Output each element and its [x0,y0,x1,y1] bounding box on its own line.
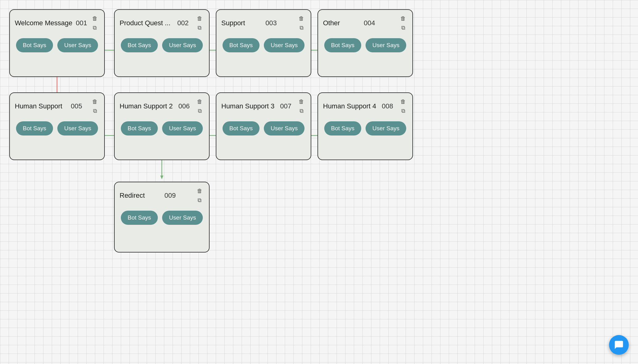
node-002-icons: 🗑 ⧉ [195,14,204,32]
node-009-buttons: Bot Says User Says [120,211,204,225]
node-003-number: 003 [265,19,277,27]
node-004-header: Other 004 🗑 ⧉ [323,14,407,32]
node-003-buttons: Bot Says User Says [221,38,306,52]
node-008-delete-icon[interactable]: 🗑 [399,97,407,106]
node-005-copy-icon[interactable]: ⧉ [91,107,99,115]
node-006-number: 006 [178,102,190,110]
node-004-delete-icon[interactable]: 🗑 [399,14,407,23]
node-008-icons: 🗑 ⧉ [399,97,407,115]
node-009-delete-icon[interactable]: 🗑 [195,187,204,195]
node-006: Human Support 2 006 🗑 ⧉ Bot Says User Sa… [114,92,210,160]
node-004-user-says-btn[interactable]: User Says [366,38,406,52]
node-001-number: 001 [76,19,87,27]
node-001-icons: 🗑 ⧉ [91,14,99,32]
node-002-header: Product Quest ... 002 🗑 ⧉ [120,14,204,32]
chat-bubble-btn[interactable] [609,335,629,355]
node-002-user-says-btn[interactable]: User Says [162,38,203,52]
node-002-copy-icon[interactable]: ⧉ [195,23,204,32]
node-003-header: Support 003 🗑 ⧉ [221,14,306,32]
node-008-copy-icon[interactable]: ⧉ [399,107,407,115]
node-002-bot-says-btn[interactable]: Bot Says [121,38,158,52]
svg-marker-15 [160,176,163,179]
node-002-delete-icon[interactable]: 🗑 [195,14,204,23]
node-003: Support 003 🗑 ⧉ Bot Says User Says [216,9,311,77]
node-004-icons: 🗑 ⧉ [399,14,407,32]
node-007-bot-says-btn[interactable]: Bot Says [223,121,260,135]
node-008-bot-says-btn[interactable]: Bot Says [324,121,361,135]
node-009-title: Redirect [120,192,145,200]
node-006-icons: 🗑 ⧉ [195,97,204,115]
node-002-number: 002 [177,19,189,27]
node-006-buttons: Bot Says User Says [120,121,204,135]
node-001-delete-icon[interactable]: 🗑 [91,14,99,23]
node-002-title: Product Quest ... [120,19,170,27]
node-001: Welcome Message 001 🗑 ⧉ Bot Says User Sa… [9,9,105,77]
node-006-header: Human Support 2 006 🗑 ⧉ [120,97,204,115]
node-008-number: 008 [382,102,393,110]
node-005-user-says-btn[interactable]: User Says [57,121,98,135]
node-003-user-says-btn[interactable]: User Says [264,38,305,52]
node-004-copy-icon[interactable]: ⧉ [399,23,407,32]
node-007-header: Human Support 3 007 🗑 ⧉ [221,97,306,115]
node-006-title: Human Support 2 [120,102,173,110]
node-005-title: Human Support [15,102,62,110]
node-003-delete-icon[interactable]: 🗑 [297,14,306,23]
node-002-buttons: Bot Says User Says [120,38,204,52]
node-007-buttons: Bot Says User Says [221,121,306,135]
node-007-copy-icon[interactable]: ⧉ [297,107,306,115]
node-009: Redirect 009 🗑 ⧉ Bot Says User Says [114,182,210,253]
node-008-title: Human Support 4 [323,102,376,110]
node-007: Human Support 3 007 🗑 ⧉ Bot Says User Sa… [216,92,311,160]
node-004-buttons: Bot Says User Says [323,38,407,52]
node-007-icons: 🗑 ⧉ [297,97,306,115]
node-005-buttons: Bot Says User Says [15,121,99,135]
node-006-delete-icon[interactable]: 🗑 [195,97,204,106]
node-003-copy-icon[interactable]: ⧉ [297,23,306,32]
node-007-title: Human Support 3 [221,102,274,110]
node-004-bot-says-btn[interactable]: Bot Says [324,38,361,52]
node-008-buttons: Bot Says User Says [323,121,407,135]
node-008-header: Human Support 4 008 🗑 ⧉ [323,97,407,115]
node-008-user-says-btn[interactable]: User Says [366,121,406,135]
node-003-title: Support [221,19,245,27]
chat-icon [614,340,624,350]
node-009-header: Redirect 009 🗑 ⧉ [120,187,204,204]
node-003-icons: 🗑 ⧉ [297,14,306,32]
node-006-user-says-btn[interactable]: User Says [162,121,203,135]
node-006-bot-says-btn[interactable]: Bot Says [121,121,158,135]
node-005-number: 005 [71,102,82,110]
node-003-bot-says-btn[interactable]: Bot Says [223,38,260,52]
node-006-copy-icon[interactable]: ⧉ [195,107,204,115]
node-001-header: Welcome Message 001 🗑 ⧉ [15,14,99,32]
node-007-delete-icon[interactable]: 🗑 [297,97,306,106]
node-009-number: 009 [165,192,176,200]
node-005-header: Human Support 005 🗑 ⧉ [15,97,99,115]
node-008: Human Support 4 008 🗑 ⧉ Bot Says User Sa… [317,92,413,160]
node-001-buttons: Bot Says User Says [15,38,99,52]
node-005-bot-says-btn[interactable]: Bot Says [16,121,53,135]
flow-canvas: Welcome Message 001 🗑 ⧉ Bot Says User Sa… [0,0,638,364]
node-009-copy-icon[interactable]: ⧉ [195,196,204,204]
node-007-user-says-btn[interactable]: User Says [264,121,305,135]
node-001-title: Welcome Message [15,19,72,27]
node-007-number: 007 [280,102,292,110]
node-009-user-says-btn[interactable]: User Says [162,211,203,225]
node-001-copy-icon[interactable]: ⧉ [91,23,99,32]
node-001-bot-says-btn[interactable]: Bot Says [16,38,53,52]
node-005-icons: 🗑 ⧉ [91,97,99,115]
node-005-delete-icon[interactable]: 🗑 [91,97,99,106]
node-002: Product Quest ... 002 🗑 ⧉ Bot Says User … [114,9,210,77]
node-004: Other 004 🗑 ⧉ Bot Says User Says [317,9,413,77]
node-001-user-says-btn[interactable]: User Says [57,38,98,52]
node-004-number: 004 [364,19,375,27]
node-005: Human Support 005 🗑 ⧉ Bot Says User Says [9,92,105,160]
node-009-bot-says-btn[interactable]: Bot Says [121,211,158,225]
node-004-title: Other [323,19,340,27]
node-009-icons: 🗑 ⧉ [195,187,204,204]
